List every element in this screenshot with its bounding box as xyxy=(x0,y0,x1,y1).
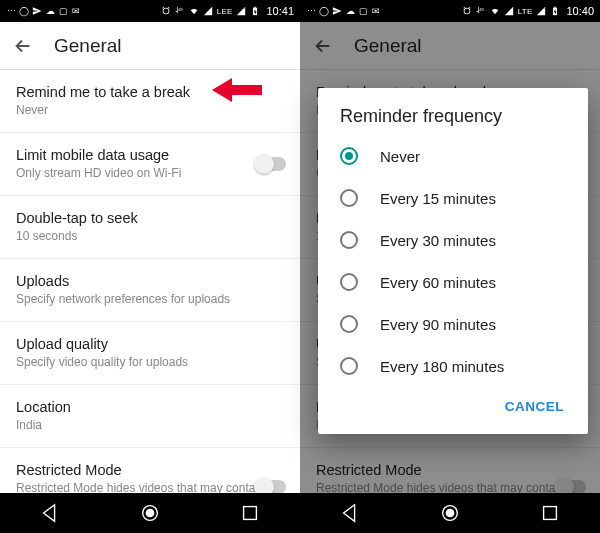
page-title: General xyxy=(54,35,122,57)
battery-charging-icon xyxy=(250,6,260,16)
radio-icon xyxy=(340,147,358,165)
radio-label: Every 60 minutes xyxy=(380,274,496,291)
cloud-icon: ☁ xyxy=(345,6,355,16)
svg-rect-9 xyxy=(544,507,557,520)
radio-option-90[interactable]: Every 90 minutes xyxy=(318,303,588,345)
svg-text:4G: 4G xyxy=(479,8,484,12)
svg-text:R: R xyxy=(242,6,245,10)
setting-remind-break[interactable]: Remind me to take a break Never xyxy=(0,70,300,133)
radio-option-30[interactable]: Every 30 minutes xyxy=(318,219,588,261)
status-time: 10:41 xyxy=(266,5,294,17)
toggle-switch[interactable] xyxy=(256,480,286,494)
dialog-title: Reminder frequency xyxy=(318,106,588,135)
signal-r-icon: R xyxy=(236,6,246,16)
nav-bar xyxy=(0,493,300,533)
radio-label: Every 90 minutes xyxy=(380,316,496,333)
send-icon xyxy=(332,6,342,16)
radio-label: Every 15 minutes xyxy=(380,190,496,207)
radio-label: Every 180 minutes xyxy=(380,358,504,375)
signal-r-icon: R xyxy=(536,6,546,16)
setting-limit-mobile-data[interactable]: Limit mobile data usage Only stream HD v… xyxy=(0,133,300,196)
more-icon: ⋯ xyxy=(306,6,316,16)
back-arrow-icon[interactable] xyxy=(12,35,34,57)
setting-upload-quality[interactable]: Upload quality Specify video quality for… xyxy=(0,322,300,385)
svg-point-3 xyxy=(146,509,153,516)
radio-icon xyxy=(340,315,358,333)
app-icon: ▢ xyxy=(358,6,368,16)
nav-recent-icon[interactable] xyxy=(539,502,561,524)
alarm-icon xyxy=(161,6,171,16)
svg-rect-4 xyxy=(244,507,257,520)
radio-icon xyxy=(340,231,358,249)
nav-bar xyxy=(300,493,600,533)
app-header: General xyxy=(0,22,300,70)
radio-option-60[interactable]: Every 60 minutes xyxy=(318,261,588,303)
phone-left: ⋯ ◯ ☁ ▢ ✉ 4G LEE R 10:41 General R xyxy=(0,0,300,533)
call-4g-icon: 4G xyxy=(175,6,185,16)
signal-icon xyxy=(203,6,213,16)
setting-title: Location xyxy=(16,399,284,415)
setting-title: Upload quality xyxy=(16,336,284,352)
setting-sub: Only stream HD video on Wi-Fi xyxy=(16,166,284,181)
nav-back-icon[interactable] xyxy=(339,502,361,524)
app-icon: ▢ xyxy=(58,6,68,16)
setting-sub: Specify video quality for uploads xyxy=(16,355,284,370)
radio-icon xyxy=(340,189,358,207)
call-4g-icon: 4G xyxy=(476,6,486,16)
mail-icon: ✉ xyxy=(371,6,381,16)
setting-title: Double-tap to seek xyxy=(16,210,284,226)
carrier-text: LEE xyxy=(217,7,233,16)
toggle-switch[interactable] xyxy=(256,157,286,171)
carrier-text: LTE xyxy=(518,7,533,16)
setting-sub: Restricted Mode hides videos that may co… xyxy=(16,481,284,493)
cancel-button[interactable]: CANCEL xyxy=(495,391,574,422)
radio-icon xyxy=(340,357,358,375)
settings-list: Remind me to take a break Never Limit mo… xyxy=(0,70,300,493)
setting-title: Restricted Mode xyxy=(16,462,284,478)
radio-label: Never xyxy=(380,148,420,165)
setting-sub: 10 seconds xyxy=(16,229,284,244)
setting-title: Remind me to take a break xyxy=(16,84,284,100)
setting-sub: Never xyxy=(16,103,284,118)
cloud-icon: ☁ xyxy=(45,6,55,16)
nav-home-icon[interactable] xyxy=(139,502,161,524)
setting-title: Uploads xyxy=(16,273,284,289)
setting-sub: Specify network preferences for uploads xyxy=(16,292,284,307)
radio-icon xyxy=(340,273,358,291)
radio-option-15[interactable]: Every 15 minutes xyxy=(318,177,588,219)
svg-text:4G: 4G xyxy=(178,8,183,12)
radio-option-never[interactable]: Never xyxy=(318,135,588,177)
setting-title: Limit mobile data usage xyxy=(16,147,284,163)
wifi-icon xyxy=(189,6,199,16)
reminder-frequency-dialog: Reminder frequency Never Every 15 minute… xyxy=(318,88,588,434)
status-bar: ⋯ ◯ ☁ ▢ ✉ 4G LEE R 10:41 xyxy=(0,0,300,22)
signal-icon xyxy=(504,6,514,16)
setting-uploads[interactable]: Uploads Specify network preferences for … xyxy=(0,259,300,322)
svg-point-8 xyxy=(446,509,453,516)
radio-label: Every 30 minutes xyxy=(380,232,496,249)
circle-icon: ◯ xyxy=(319,6,329,16)
mail-icon: ✉ xyxy=(71,6,81,16)
svg-text:R: R xyxy=(542,6,545,10)
nav-back-icon[interactable] xyxy=(39,502,61,524)
status-time: 10:40 xyxy=(566,5,594,17)
setting-sub: India xyxy=(16,418,284,433)
battery-charging-icon xyxy=(550,6,560,16)
more-icon: ⋯ xyxy=(6,6,16,16)
setting-restricted-mode[interactable]: Restricted Mode Restricted Mode hides vi… xyxy=(0,448,300,493)
nav-recent-icon[interactable] xyxy=(239,502,261,524)
alarm-icon xyxy=(462,6,472,16)
phone-right: ⋯ ◯ ☁ ▢ ✉ 4G LTE R 10:40 General R xyxy=(300,0,600,533)
radio-option-180[interactable]: Every 180 minutes xyxy=(318,345,588,387)
circle-icon: ◯ xyxy=(19,6,29,16)
setting-location[interactable]: Location India xyxy=(0,385,300,448)
status-bar: ⋯ ◯ ☁ ▢ ✉ 4G LTE R 10:40 xyxy=(300,0,600,22)
setting-double-tap-seek[interactable]: Double-tap to seek 10 seconds xyxy=(0,196,300,259)
send-icon xyxy=(32,6,42,16)
nav-home-icon[interactable] xyxy=(439,502,461,524)
wifi-icon xyxy=(490,6,500,16)
